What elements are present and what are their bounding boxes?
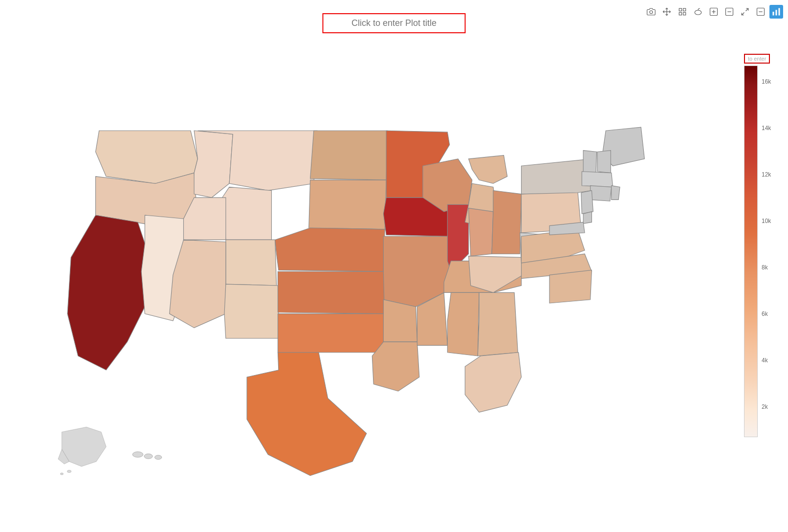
- state-sd[interactable]: [309, 180, 386, 229]
- state-mi[interactable]: [469, 155, 507, 184]
- state-in[interactable]: [469, 208, 493, 256]
- state-tx[interactable]: [247, 353, 367, 476]
- reset-button[interactable]: [754, 5, 767, 19]
- colorbar: to enter 16k 14k 12k 10k 8k 6k 4k 2k: [744, 54, 773, 517]
- camera-button[interactable]: [644, 5, 658, 19]
- colorbar-label-16k: 16k: [762, 78, 771, 85]
- state-ri[interactable]: [612, 186, 620, 200]
- state-la[interactable]: [372, 342, 419, 391]
- state-fl[interactable]: [465, 353, 521, 412]
- pan-button[interactable]: [660, 5, 674, 19]
- svg-rect-3: [679, 8, 681, 11]
- state-ca[interactable]: [67, 215, 149, 370]
- state-id[interactable]: [194, 131, 233, 198]
- state-ok[interactable]: [278, 314, 384, 353]
- state-wy[interactable]: [222, 187, 272, 240]
- state-al[interactable]: [447, 292, 479, 356]
- map-container: [15, 54, 690, 517]
- colorbar-label-10k: 10k: [762, 218, 771, 224]
- svg-rect-5: [679, 13, 681, 15]
- state-ne[interactable]: [275, 228, 385, 271]
- svg-point-22: [154, 455, 161, 460]
- svg-point-0: [650, 11, 653, 14]
- colorbar-labels: 16k 14k 12k 10k 8k 6k 4k 2k: [760, 78, 771, 450]
- state-nd[interactable]: [310, 131, 388, 180]
- state-ct[interactable]: [591, 186, 612, 201]
- svg-rect-16: [776, 10, 777, 15]
- state-nh[interactable]: [597, 151, 611, 173]
- state-oh[interactable]: [492, 191, 521, 254]
- lasso-button[interactable]: [691, 5, 705, 19]
- svg-point-7: [695, 10, 701, 15]
- svg-point-20: [132, 452, 143, 458]
- zoom-in-button[interactable]: [707, 5, 721, 19]
- plot-title-container: [323, 13, 466, 33]
- state-ma[interactable]: [582, 172, 613, 187]
- zoom-box-button[interactable]: [676, 5, 689, 19]
- svg-rect-6: [683, 13, 686, 15]
- svg-rect-15: [773, 12, 774, 16]
- autoscale-button[interactable]: [738, 5, 752, 19]
- state-nj[interactable]: [581, 191, 593, 214]
- state-ar[interactable]: [383, 300, 417, 342]
- svg-point-21: [144, 454, 153, 459]
- colorbar-label-4k: 4k: [762, 357, 771, 364]
- svg-point-19: [60, 473, 63, 475]
- state-wa[interactable]: [96, 131, 198, 183]
- colorbar-title-input[interactable]: to enter: [744, 54, 770, 64]
- state-sc[interactable]: [549, 270, 591, 303]
- zoom-out-button[interactable]: [722, 5, 736, 19]
- toolbar: [644, 5, 783, 19]
- state-co[interactable]: [226, 240, 277, 286]
- colorbar-label-2k: 2k: [762, 403, 771, 410]
- state-ga[interactable]: [478, 292, 518, 356]
- colorbar-label-8k: 8k: [762, 264, 771, 271]
- state-ny[interactable]: [522, 159, 592, 194]
- svg-point-18: [67, 470, 71, 473]
- colorbar-label-12k: 12k: [762, 171, 771, 178]
- svg-rect-4: [683, 8, 686, 11]
- colorbar-gradient: [744, 66, 758, 437]
- state-vt[interactable]: [583, 151, 596, 173]
- plot-title-input[interactable]: [323, 13, 466, 33]
- state-ks[interactable]: [278, 271, 385, 313]
- colorbar-label-6k: 6k: [762, 310, 771, 317]
- state-de[interactable]: [583, 212, 591, 223]
- plotly-button[interactable]: [769, 5, 783, 19]
- state-nm[interactable]: [224, 284, 279, 338]
- colorbar-label-14k: 14k: [762, 125, 771, 132]
- svg-rect-17: [779, 8, 780, 16]
- usa-map: [15, 54, 690, 517]
